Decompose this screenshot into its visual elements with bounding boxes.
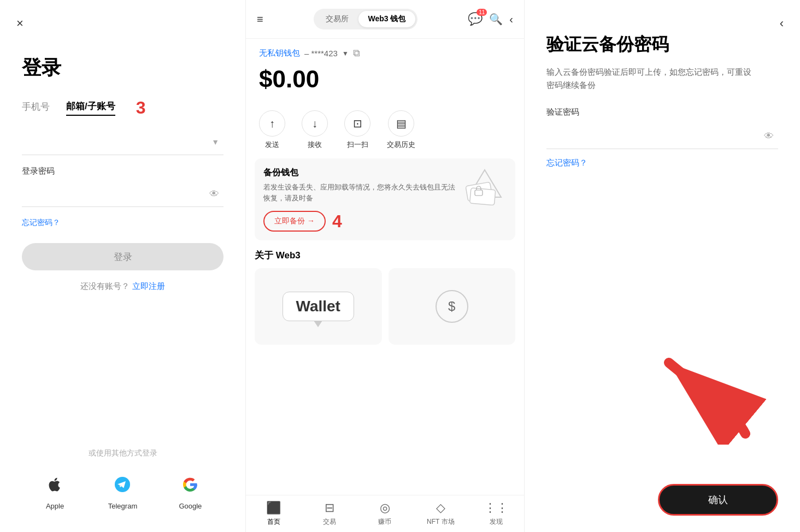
step-4-badge: 4 [332, 211, 342, 232]
nav-trade[interactable]: ⊟ 交易 [302, 501, 357, 527]
receive-label: 接收 [308, 140, 322, 150]
register-link[interactable]: 立即注册 [132, 281, 165, 291]
step-3-badge: 3 [136, 98, 146, 118]
nft-label: NFT 市场 [427, 517, 454, 527]
password-label: 登录密码 [22, 166, 223, 176]
scan-button[interactable]: ⊡ 扫一扫 [344, 110, 370, 150]
chat-badge: 11 [477, 9, 487, 16]
about-section: 关于 Web3 Wallet $ [246, 249, 524, 353]
verify-forgot-link[interactable]: 忘记密码？ [546, 158, 778, 168]
red-arrow [647, 346, 767, 445]
coin-card-image: $ [389, 268, 516, 345]
google-label: Google [179, 502, 202, 510]
wallet-balance: $0.00 [259, 66, 511, 93]
receive-button[interactable]: ↓ 接收 [302, 110, 328, 150]
backup-title: 备份钱包 [263, 167, 456, 179]
google-icon [177, 471, 203, 498]
nft-icon: ◇ [436, 501, 445, 515]
verify-password-wrap: 👁 [546, 123, 778, 149]
about-cards: Wallet $ [255, 268, 515, 345]
home-label: 首页 [267, 517, 280, 527]
back-button[interactable]: ‹ [780, 16, 784, 31]
login-panel: × 登录 手机号 邮箱/子账号 3 ▼ 登录密码 👁 忘记密码？ 登录 还没有账… [0, 0, 246, 532]
scan-label: 扫一扫 [347, 140, 368, 150]
telegram-login[interactable]: Telegram [108, 471, 137, 510]
action-row: ↑ 发送 ↓ 接收 ⊡ 扫一扫 ▤ 交易历史 [246, 110, 524, 158]
apple-icon [42, 471, 68, 498]
apple-login[interactable]: Apple [42, 471, 68, 510]
about-card-coin[interactable]: $ [389, 268, 516, 345]
verify-eye-icon[interactable]: 👁 [764, 131, 774, 142]
tab-phone[interactable]: 手机号 [22, 101, 50, 115]
wallet-bubble: Wallet [283, 292, 354, 321]
coin-icon: $ [436, 290, 468, 323]
scan-icon: ⊡ [344, 110, 370, 137]
discover-icon: ⋮⋮ [484, 501, 508, 515]
nav-discover[interactable]: ⋮⋮ 发现 [468, 501, 524, 527]
backup-now-button[interactable]: 立即备份 → [263, 211, 326, 232]
history-icon: ▤ [388, 110, 414, 137]
social-login-row: Apple Telegram Google [22, 471, 223, 510]
history-label: 交易历史 [387, 140, 415, 150]
wallet-copy-icon[interactable]: ⧉ [353, 48, 360, 59]
trade-label: 交易 [323, 517, 336, 527]
tab-email[interactable]: 邮箱/子账号 [66, 100, 115, 116]
about-card-wallet[interactable]: Wallet [255, 268, 382, 345]
discover-label: 发现 [490, 517, 503, 527]
home-icon: ⬛ [266, 501, 281, 515]
nav-icon-group: 💬 11 🔍 ‹ [468, 12, 513, 26]
telegram-icon [109, 471, 136, 498]
top-nav-bar: ≡ 交易所 Web3 钱包 💬 11 🔍 ‹ [246, 0, 524, 39]
bottom-nav: ⬛ 首页 ⊟ 交易 ◎ 赚币 ◇ NFT 市场 ⋮⋮ 发现 [246, 495, 524, 532]
wallet-card-image: Wallet [255, 268, 382, 345]
forgot-password-link[interactable]: 忘记密码？ [22, 218, 223, 228]
send-label: 发送 [265, 140, 279, 150]
verify-panel: ‹ 验证云备份密码 输入云备份密码验证后即可上传，如您忘记密码，可重设密码继续备… [525, 0, 800, 532]
receive-icon: ↓ [302, 110, 328, 137]
wallet-dropdown-icon[interactable]: ▼ [342, 50, 349, 57]
chat-icon-wrap[interactable]: 💬 11 [468, 12, 483, 26]
tab-web3[interactable]: Web3 钱包 [358, 11, 416, 27]
password-input[interactable] [22, 181, 223, 207]
apple-label: Apple [46, 502, 64, 510]
account-input-wrapper: ▼ [22, 129, 223, 155]
market-icon: ◎ [380, 501, 390, 515]
history-button[interactable]: ▤ 交易历史 [387, 110, 415, 150]
send-button[interactable]: ↑ 发送 [259, 110, 285, 150]
nav-home[interactable]: ⬛ 首页 [246, 501, 302, 527]
nav-tabs: 交易所 Web3 钱包 [314, 9, 418, 29]
eye-icon[interactable]: 👁 [209, 188, 219, 200]
account-input[interactable] [22, 129, 223, 155]
trade-icon: ⊟ [325, 501, 334, 515]
telegram-label: Telegram [108, 502, 137, 510]
backup-text-col: 备份钱包 若发生设备丢失、应用卸载等情况，您将永久失去钱包且无法恢复，请及时备 … [263, 167, 456, 232]
verify-title: 验证云备份密码 [546, 33, 778, 57]
confirm-button[interactable]: 确认 [658, 484, 778, 516]
search-icon[interactable]: 🔍 [489, 13, 503, 26]
hamburger-icon[interactable]: ≡ [257, 13, 263, 26]
login-button[interactable]: 登录 [22, 243, 223, 270]
verify-password-input[interactable] [546, 123, 778, 149]
login-title: 登录 [22, 55, 223, 81]
wallet-header: 无私钥钱包 – ****423 ▼ ⧉ $0.00 [246, 39, 524, 110]
confirm-btn-wrap: 确认 [546, 484, 778, 516]
social-divider: 或使用其他方式登录 [22, 448, 223, 458]
web3-wallet-panel: ≡ 交易所 Web3 钱包 💬 11 🔍 ‹ 无私钥钱包 – ****423 ▼… [246, 0, 525, 532]
nav-nft[interactable]: ◇ NFT 市场 [413, 501, 468, 527]
about-title: 关于 Web3 [255, 249, 515, 262]
nav-market[interactable]: ◎ 赚币 [357, 501, 413, 527]
login-tab-row: 手机号 邮箱/子账号 3 [22, 98, 223, 118]
backup-illustration: ! [463, 167, 507, 208]
back-nav-icon[interactable]: ‹ [509, 13, 513, 26]
wallet-name: 无私钥钱包 [259, 48, 300, 58]
wallet-account-row: 无私钥钱包 – ****423 ▼ ⧉ [259, 48, 511, 59]
close-button[interactable]: × [16, 16, 23, 31]
tab-exchange[interactable]: 交易所 [316, 11, 358, 27]
dropdown-arrow-icon: ▼ [211, 138, 219, 146]
google-login[interactable]: Google [177, 471, 203, 510]
register-row: 还没有账号？ 立即注册 [22, 281, 223, 292]
password-input-wrapper: 👁 [22, 181, 223, 207]
verify-desc: 输入云备份密码验证后即可上传，如您忘记密码，可重设密码继续备份 [546, 66, 754, 92]
backup-desc: 若发生设备丢失、应用卸载等情况，您将永久失去钱包且无法恢复，请及时备 [263, 182, 456, 203]
send-icon: ↑ [259, 110, 285, 137]
